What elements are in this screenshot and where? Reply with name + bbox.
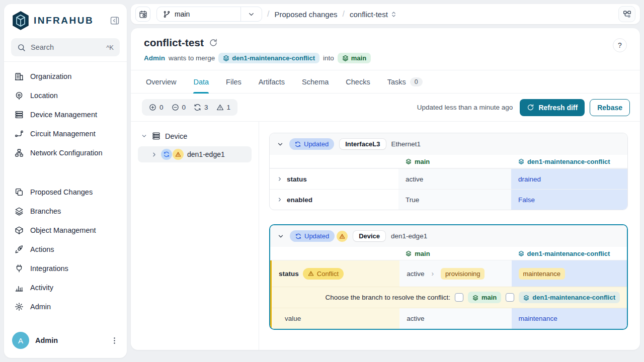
layers-icon — [518, 158, 524, 164]
infrahub-logo-icon — [12, 11, 29, 30]
branch-value: drained — [511, 169, 627, 189]
source-branch-name: den1-maintenance-conflict — [232, 54, 315, 62]
refresh-diff-button[interactable]: Refresh diff — [520, 99, 585, 116]
sidebar: INFRAHUB Search ^K Organization Location… — [4, 4, 127, 358]
layers-icon — [342, 55, 349, 61]
search-input[interactable]: Search ^K — [11, 38, 120, 56]
rebase-button[interactable]: Rebase — [590, 99, 630, 116]
diff-card-header[interactable]: Updated Device den1-edge1 — [270, 225, 627, 247]
stat-conflicts-count: 1 — [227, 104, 231, 111]
diff-toolbar: 0 0 3 1 Updated less than a minute ago R… — [131, 94, 640, 122]
merge-text: wants to merge — [169, 54, 215, 62]
stat-added-count: 0 — [159, 104, 164, 111]
sidebar-item-admin[interactable]: Admin — [8, 297, 123, 316]
workflow-view-button[interactable] — [618, 6, 635, 22]
chevron-down-icon[interactable] — [141, 133, 147, 139]
sidebar-item-location[interactable]: Location — [8, 86, 123, 105]
chevron-down-icon[interactable] — [277, 141, 284, 148]
tab-overview[interactable]: Overview — [146, 70, 176, 93]
search-icon — [17, 43, 26, 52]
layers-icon — [14, 207, 24, 216]
breadcrumb-page: conflict-test — [350, 10, 388, 19]
sidebar-item-network-configuration[interactable]: Network Configuration — [8, 143, 123, 162]
breadcrumb-section[interactable]: Proposed changes — [274, 10, 337, 19]
resolve-main-checkbox[interactable] — [455, 293, 463, 302]
sidebar-item-branches[interactable]: Branches — [8, 202, 123, 221]
tree-item-device[interactable]: Device — [138, 130, 252, 142]
sidebar-item-object-management[interactable]: Object Management — [8, 221, 123, 240]
collapse-sidebar-icon[interactable] — [110, 16, 120, 26]
column-header-branch: den1-maintenance-conflict — [511, 247, 627, 260]
sidebar-item-label: Integrations — [30, 264, 68, 273]
plus-circle-icon — [149, 104, 156, 111]
branch-value: maintenance — [512, 308, 627, 329]
tree-node-label: den1-edge1 — [187, 150, 225, 158]
tab-checks[interactable]: Checks — [346, 70, 370, 93]
sidebar-item-label: Activity — [30, 284, 53, 292]
conflict-badge: Conflict — [303, 268, 344, 280]
sidebar-item-device-management[interactable]: Device Management — [8, 105, 123, 124]
layers-icon — [406, 158, 412, 164]
resolve-main-badge[interactable]: main — [468, 292, 501, 303]
merge-description: Admin wants to merge den1-maintenance-co… — [144, 53, 627, 63]
sidebar-item-label: Device Management — [30, 111, 97, 119]
tab-artifacts[interactable]: Artifacts — [259, 70, 285, 93]
tab-tasks-label: Tasks — [387, 78, 406, 86]
chevron-right-icon[interactable] — [151, 151, 157, 158]
breadcrumb-page-selector[interactable]: conflict-test — [350, 10, 397, 19]
git-branch-icon — [163, 11, 171, 18]
resolve-branch-checkbox[interactable] — [506, 293, 514, 302]
resolve-branch-badge[interactable]: den1-maintenance-conflict — [519, 292, 620, 303]
sidebar-item-label: Admin — [30, 303, 51, 311]
chevron-right-icon[interactable] — [277, 176, 283, 182]
cube-icon — [14, 226, 24, 235]
branch-value: False — [511, 190, 627, 210]
chevron-down-icon[interactable] — [277, 233, 284, 240]
sidebar-item-integrations[interactable]: Integrations — [8, 259, 123, 278]
layers-icon — [518, 250, 524, 256]
kebab-menu-icon[interactable] — [110, 336, 119, 345]
diff-row-value: value active maintenance — [272, 308, 627, 329]
chevrons-up-down-icon — [390, 11, 397, 18]
network-icon — [14, 148, 24, 157]
sidebar-item-proposed-changes[interactable]: Proposed Changes — [8, 183, 123, 202]
sidebar-item-organization[interactable]: Organization — [8, 67, 123, 86]
target-branch-badge[interactable]: main — [338, 53, 371, 63]
user-name: Admin — [35, 336, 104, 344]
main-value: active — [399, 308, 511, 329]
branch-selector[interactable]: main — [156, 7, 262, 22]
refresh-icon — [527, 104, 534, 111]
tab-schema[interactable]: Schema — [302, 70, 329, 93]
conflict-resolve-row: Choose the branch to resolve the conflic… — [272, 287, 627, 308]
sidebar-item-label: Circuit Management — [30, 130, 96, 138]
calendar-clock-icon[interactable] — [135, 7, 150, 22]
tab-bar: Overview Data Files Artifacts Schema Che… — [131, 70, 640, 94]
refresh-icon — [194, 104, 201, 111]
sidebar-item-label: Network Configuration — [30, 149, 102, 157]
sidebar-item-circuit-management[interactable]: Circuit Management — [8, 124, 123, 143]
updated-badge: Updated — [290, 230, 335, 242]
tab-files[interactable]: Files — [226, 70, 242, 93]
refresh-diff-label: Refresh diff — [538, 104, 578, 112]
server-icon — [152, 132, 160, 140]
stat-removed-count: 0 — [182, 104, 186, 111]
old-value: active — [407, 270, 424, 278]
sidebar-item-actions[interactable]: Actions — [8, 240, 123, 259]
user-menu[interactable]: A Admin — [4, 325, 127, 358]
conflict-warning-icon — [337, 231, 348, 242]
avatar: A — [12, 332, 29, 349]
column-header-branch: den1-maintenance-conflict — [511, 155, 627, 168]
tab-data[interactable]: Data — [193, 70, 209, 93]
author-link[interactable]: Admin — [144, 54, 165, 62]
reload-icon[interactable] — [209, 38, 218, 47]
diff-card-header[interactable]: Updated InterfaceL3 Ethernet1 — [270, 133, 627, 155]
chevron-down-icon — [240, 7, 262, 21]
sidebar-item-activity[interactable]: Activity — [8, 278, 123, 297]
help-button[interactable]: ? — [613, 38, 627, 52]
page-title: conflict-test — [144, 37, 204, 49]
chevron-right-icon[interactable] — [277, 197, 283, 203]
tree-item-den1-edge1[interactable]: den1-edge1 — [138, 146, 252, 162]
source-branch-badge[interactable]: den1-maintenance-conflict — [218, 53, 319, 63]
tab-tasks[interactable]: Tasks 0 — [387, 70, 423, 93]
updated-badge-label: Updated — [304, 140, 329, 148]
